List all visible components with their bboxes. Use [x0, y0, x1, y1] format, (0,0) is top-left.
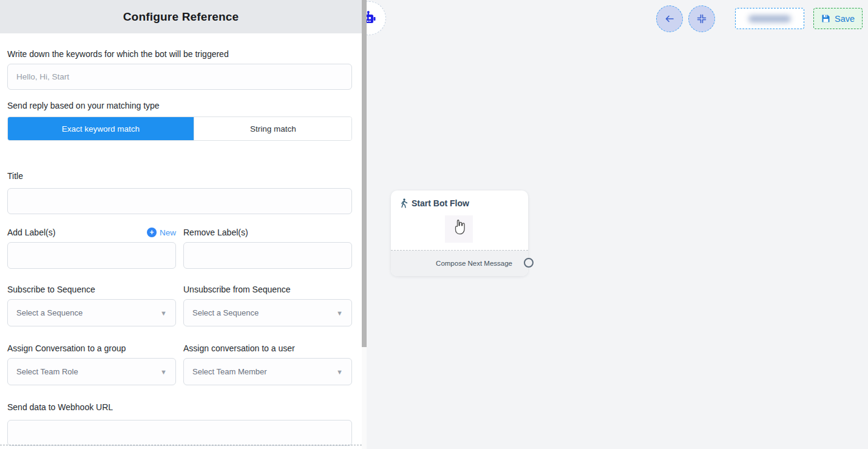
node-connector-handle[interactable]: [524, 258, 534, 268]
new-label-text: New: [160, 228, 176, 237]
configure-form: Write down the keywords for which the bo…: [0, 33, 362, 446]
panel-header: Configure Reference: [0, 0, 362, 33]
unsubscribe-sequence-value: Select a Sequence: [192, 308, 259, 317]
title-label: Title: [7, 171, 352, 181]
start-bot-flow-node[interactable]: Start Bot Flow Compose Next Message: [391, 191, 528, 276]
node-footer: Compose Next Message: [391, 251, 528, 276]
title-input[interactable]: [7, 188, 352, 214]
labels-row: Add Label(s) + New Remove Label(s): [7, 228, 352, 269]
save-button[interactable]: Save: [813, 8, 863, 29]
tab-string-match[interactable]: String match: [194, 117, 352, 140]
compress-view-button[interactable]: [688, 5, 715, 32]
arrow-left-icon: [663, 13, 676, 25]
bot-badge: [367, 1, 386, 35]
subscribe-sequence-label: Subscribe to Sequence: [7, 285, 176, 294]
matching-type-toggle: Exact keyword match String match: [7, 116, 352, 141]
compress-icon: [697, 14, 707, 24]
chevron-down-icon: ▼: [336, 309, 343, 317]
webhook-label: Send data to Webhook URL: [7, 402, 352, 412]
blurred-action-button[interactable]: [735, 8, 804, 29]
assign-user-value: Select Team Member: [192, 367, 267, 376]
back-button[interactable]: [656, 5, 683, 32]
node-title: Start Bot Flow: [412, 198, 469, 208]
remove-labels-input[interactable]: [183, 242, 352, 269]
plus-circle-icon: +: [147, 228, 157, 237]
unsubscribe-sequence-label: Unsubscribe from Sequence: [183, 285, 352, 294]
assign-row: Assign Conversation to a group Select Te…: [7, 343, 352, 385]
panel-bottom-divider: [0, 445, 362, 445]
walking-person-icon: [400, 198, 408, 208]
assign-user-select[interactable]: Select Team Member ▼: [183, 358, 352, 385]
panel-scrollbar[interactable]: [362, 0, 367, 449]
save-floppy-icon: [821, 14, 830, 23]
tab-exact-keyword-match[interactable]: Exact keyword match: [8, 117, 194, 140]
keywords-input[interactable]: [7, 64, 352, 90]
scrollbar-thumb[interactable]: [362, 0, 367, 347]
hand-cursor-icon: [452, 218, 468, 237]
blurred-label: [748, 15, 791, 22]
remove-labels-label: Remove Label(s): [183, 228, 248, 237]
new-label-link[interactable]: + New: [147, 228, 176, 237]
flow-canvas[interactable]: Save Start Bot Flow Compose Next Message: [367, 0, 868, 449]
add-labels-label: Add Label(s): [7, 228, 55, 237]
keywords-label: Write down the keywords for which the bo…: [7, 49, 352, 59]
save-label: Save: [835, 14, 855, 24]
chevron-down-icon: ▼: [160, 368, 167, 376]
node-header: Start Bot Flow: [400, 198, 469, 208]
matching-type-label: Send reply based on your matching type: [7, 101, 352, 110]
sequence-row: Subscribe to Sequence Select a Sequence …: [7, 285, 352, 326]
assign-user-label: Assign conversation to a user: [183, 343, 352, 353]
subscribe-sequence-select[interactable]: Select a Sequence ▼: [7, 299, 176, 326]
configure-panel: Configure Reference Write down the keywo…: [0, 0, 362, 449]
add-labels-input[interactable]: [7, 242, 176, 269]
page-title: Configure Reference: [123, 10, 239, 24]
assign-group-select[interactable]: Select Team Role ▼: [7, 358, 176, 385]
unsubscribe-sequence-select[interactable]: Select a Sequence ▼: [183, 299, 352, 326]
robot-icon: [367, 9, 378, 27]
chevron-down-icon: ▼: [336, 368, 343, 376]
subscribe-sequence-value: Select a Sequence: [16, 308, 83, 317]
webhook-input[interactable]: [7, 420, 352, 446]
chevron-down-icon: ▼: [160, 309, 167, 317]
compose-next-message-label: Compose Next Message: [436, 260, 512, 267]
assign-group-value: Select Team Role: [16, 367, 78, 376]
assign-group-label: Assign Conversation to a group: [7, 343, 176, 353]
